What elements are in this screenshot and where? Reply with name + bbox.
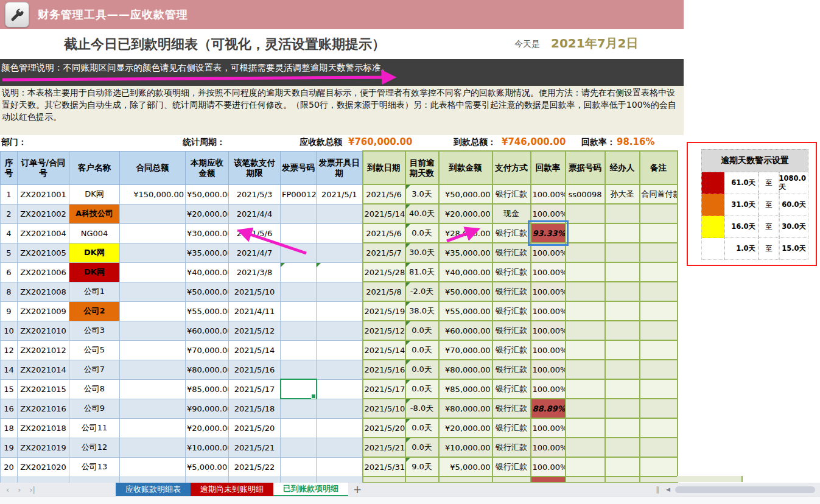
table-cell[interactable]: 2021/5/19 [363,301,405,321]
table-cell[interactable]: 银行汇款 [492,340,531,360]
table-cell[interactable] [566,379,605,399]
table-cell[interactable] [566,438,605,457]
table-cell[interactable] [120,418,186,438]
add-sheet-button[interactable]: + [348,483,366,496]
table-cell[interactable]: 4 [1,223,18,243]
table-cell[interactable] [186,477,229,483]
table-cell[interactable] [605,243,640,262]
table-cell[interactable] [120,399,186,418]
table-cell[interactable]: 公司7 [69,360,120,379]
table-cell[interactable]: ¥5,000.00 [439,457,492,477]
table-cell[interactable]: 2021/5/17 [229,379,281,399]
table-cell[interactable]: 5 [1,243,18,262]
table-cell[interactable]: 2021/5/10 [363,399,405,418]
table-cell[interactable]: 银行汇款 [492,457,531,477]
table-cell[interactable] [605,321,640,340]
table-cell[interactable]: FP00012 [281,184,317,204]
table-cell[interactable]: 100.00% [531,243,566,262]
table-cell[interactable] [1,477,18,483]
dept-label[interactable]: 部门： [1,137,27,148]
table-cell[interactable] [281,418,317,438]
days-from-value[interactable]: 61.0天 [724,172,759,194]
table-cell[interactable]: 现金 [492,204,531,223]
table-cell[interactable]: 0.0天 [405,438,439,457]
days-from-value[interactable]: 1.0天 [724,238,759,260]
table-cell[interactable] [605,223,640,243]
table-cell[interactable]: ¥20,000.00 [439,204,492,223]
table-cell[interactable]: 100.00% [531,379,566,399]
table-cell[interactable]: DK网 [69,262,120,282]
table-cell[interactable] [605,399,640,418]
table-cell[interactable] [281,340,317,360]
table-cell[interactable] [281,438,317,457]
table-cell[interactable]: ZX2021018 [18,418,69,438]
table-cell[interactable] [640,360,678,379]
table-cell[interactable]: 100.00% [531,321,566,340]
table-cell[interactable] [640,243,678,262]
table-cell[interactable] [281,223,317,243]
table-cell[interactable]: ¥50,000.00 [186,184,229,204]
table-cell[interactable]: ¥150,000.00 [120,184,186,204]
table-cell[interactable] [566,204,605,223]
table-cell[interactable]: 公司9 [69,399,120,418]
table-cell[interactable]: 0.0天 [405,321,439,340]
table-cell[interactable] [605,204,640,223]
days-to-value[interactable]: 60.0天 [779,194,808,216]
table-cell[interactable]: -2.0天 [405,282,439,301]
table-cell[interactable]: ZX2021020 [18,457,69,477]
table-cell[interactable]: 100.00% [531,282,566,301]
table-cell[interactable] [281,379,317,399]
table-cell[interactable]: 银行汇款 [492,262,531,282]
table-cell[interactable]: ¥50,000.00 [439,184,492,204]
table-cell[interactable] [439,477,492,483]
column-header[interactable]: 合同总额 [120,151,186,184]
table-cell[interactable]: ¥70,000.00 [186,340,229,360]
table-cell[interactable]: ZX2021001 [18,184,69,204]
column-header[interactable]: 目前逾期天数 [405,151,439,184]
table-cell[interactable] [317,262,363,282]
table-cell[interactable] [281,399,317,418]
table-cell[interactable]: ¥30,000.00 [186,223,229,243]
table-cell[interactable]: ZX2021012 [18,340,69,360]
table-cell[interactable]: A科技公司 [69,204,120,223]
period-label[interactable]: 统计周期： [183,137,225,148]
table-cell[interactable]: 银行汇款 [492,243,531,262]
table-cell[interactable] [566,399,605,418]
table-cell[interactable] [566,418,605,438]
table-cell[interactable] [120,204,186,223]
table-cell[interactable]: 8 [1,282,18,301]
table-cell[interactable] [640,457,678,477]
column-header[interactable]: 备注 [640,151,678,184]
table-cell[interactable] [640,204,678,223]
table-cell[interactable]: 公司2 [69,301,120,321]
sheet-tab[interactable]: 逾期尚未到账明细 [191,483,273,496]
table-cell[interactable] [317,223,363,243]
table-cell[interactable]: ¥20,000.00 [439,418,492,438]
table-cell[interactable] [640,262,678,282]
table-cell[interactable]: 合同首付款 [640,184,678,204]
table-cell[interactable] [363,477,405,483]
table-cell[interactable]: ZX2021002 [18,204,69,223]
table-cell[interactable] [120,243,186,262]
table-cell[interactable]: 银行汇款 [492,184,531,204]
table-cell[interactable] [69,477,120,483]
table-cell[interactable]: 1 [1,184,18,204]
table-cell[interactable] [566,282,605,301]
table-cell[interactable] [317,399,363,418]
column-header[interactable]: 到款金额 [439,151,492,184]
table-cell[interactable] [317,243,363,262]
table-cell[interactable]: 2021/5/18 [229,399,281,418]
table-cell[interactable]: ¥85,000.00 [186,379,229,399]
table-cell[interactable]: 公司3 [69,321,120,340]
column-header[interactable]: 该笔款支付期限 [229,151,281,184]
days-from-value[interactable]: 31.0天 [724,194,759,216]
table-cell[interactable]: 银行汇款 [492,321,531,340]
table-cell[interactable]: 银行汇款 [492,223,531,243]
table-cell[interactable]: 公司11 [69,418,120,438]
table-cell[interactable] [317,477,363,483]
table-cell[interactable]: 2021/5/16 [363,360,405,379]
table-cell[interactable]: 2021/5/1 [317,184,363,204]
table-cell[interactable]: ¥28,000.00 [439,223,492,243]
table-cell[interactable] [566,477,605,483]
table-cell[interactable]: 公司8 [69,379,120,399]
